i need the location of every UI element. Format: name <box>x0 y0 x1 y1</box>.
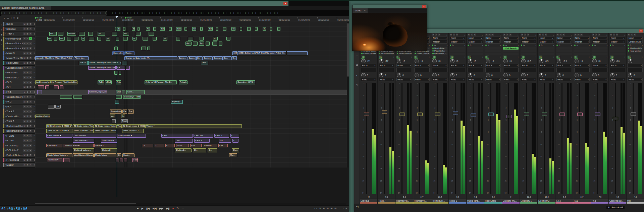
audio-clip[interactable]: Can2 Volume <box>101 139 117 143</box>
send-level-knob[interactable] <box>468 59 472 63</box>
track-header[interactable]: ≈FX 2MSR0 <box>3 99 35 104</box>
strip-collapse-icon[interactable]: ▸ <box>624 34 625 36</box>
track-volume-value[interactable]: 0 <box>32 91 35 93</box>
mute-button[interactable]: M <box>23 110 26 113</box>
track-volume-value[interactable]: 0 <box>32 101 35 103</box>
input-selector[interactable]: None▾ <box>432 36 447 40</box>
solo-button[interactable]: S <box>559 33 562 36</box>
audio-clip[interactable] <box>188 37 193 41</box>
send-slot-badge[interactable]: S1 <box>503 56 507 59</box>
audio-clip[interactable] <box>141 47 146 51</box>
mute-button[interactable]: M <box>23 144 26 147</box>
record-arm-button[interactable]: R <box>29 66 32 69</box>
strip-collapse-icon[interactable]: ▸ <box>642 34 643 36</box>
audio-clip[interactable]: Cassette_Tape_Music... <box>88 90 107 94</box>
audio-clip[interactable]: C... <box>230 134 239 138</box>
mute-button[interactable]: M <box>23 95 26 98</box>
audio-clip[interactable]: 1983's Edition by SAINT-SAMUEL (Alice) A… <box>237 51 286 55</box>
mute-button[interactable]: M <box>23 125 26 127</box>
input-selector[interactable]: None▾ <box>628 36 643 40</box>
mute-button[interactable]: M <box>23 66 26 69</box>
fader-handle[interactable] <box>559 113 565 116</box>
audio-clip[interactable]: Clothing1 ▾ <box>46 144 62 148</box>
send-bus-selector[interactable]: Bus B▾ <box>450 64 465 67</box>
audio-clip[interactable]: MouthNoises <box>94 153 116 157</box>
record-arm-button[interactable]: R <box>29 110 32 113</box>
record-arm-button[interactable]: R <box>29 149 32 152</box>
record-arm-button[interactable]: R <box>29 100 32 103</box>
power-icon[interactable] <box>432 53 434 54</box>
solo-button[interactable]: S <box>26 154 29 156</box>
automation-mode-selector[interactable]: Read▾ <box>628 78 643 81</box>
skip-to-end-button[interactable]: ▶▮ <box>166 207 170 210</box>
track-volume-value[interactable]: 0 <box>32 154 35 156</box>
audio-clip[interactable]: Clot... <box>190 144 202 148</box>
power-icon[interactable] <box>468 45 469 46</box>
skip-selection-button[interactable]: ↔ <box>181 207 184 210</box>
track-volume-value[interactable]: 0 <box>32 57 35 59</box>
audio-clip[interactable] <box>116 37 119 41</box>
mute-button[interactable]: M <box>503 33 505 36</box>
audio-clip[interactable]: R... <box>82 37 85 41</box>
audio-clip[interactable]: Volume <box>116 124 122 128</box>
input-selector[interactable]: None▾ <box>450 36 465 40</box>
audio-clip[interactable] <box>116 158 118 162</box>
power-icon[interactable] <box>415 53 416 54</box>
send-level-knob[interactable] <box>432 59 437 63</box>
audio-clip[interactable] <box>67 37 71 41</box>
zoom-vertical-fit-button[interactable]: ↕ <box>342 207 344 210</box>
eq-thumbnail[interactable] <box>396 68 412 72</box>
audio-clip[interactable] <box>97 37 101 41</box>
track-header[interactable]: ≈F-FootstepsMSR0 <box>3 158 35 163</box>
pan-knob[interactable] <box>379 73 383 77</box>
track-volume-value[interactable]: 0 <box>32 115 35 117</box>
record-arm-button[interactable]: R <box>562 33 565 36</box>
fader-handle[interactable] <box>613 117 618 120</box>
insert-empty-slot[interactable] <box>574 53 590 55</box>
mute-button[interactable]: M <box>592 33 594 36</box>
overview-range-box[interactable] <box>1 11 107 15</box>
output-selector[interactable]: Default Outp▾ <box>628 40 643 44</box>
timecode-display[interactable]: 01:00:58:06 <box>1 207 28 211</box>
record-arm-button[interactable]: R <box>29 23 32 25</box>
send-slot-badge[interactable]: S1 <box>468 56 471 59</box>
solo-button[interactable]: S <box>26 100 29 103</box>
record-arm-button[interactable]: R <box>29 134 32 137</box>
send-bus-selector[interactable]: Bus B▾ <box>503 64 519 67</box>
audio-clip[interactable]: Artful by VJ Pagoda - The B... <box>145 80 177 84</box>
eq-thumbnail[interactable] <box>485 68 501 72</box>
solo-button[interactable]: S <box>26 91 29 93</box>
fader-track[interactable] <box>473 83 474 194</box>
mute-button[interactable]: M <box>23 139 26 142</box>
strip-collapse-icon[interactable]: ▸ <box>482 34 483 36</box>
view-options-button[interactable]: ≡ <box>345 207 347 210</box>
insert-empty-slot[interactable] <box>556 50 572 52</box>
mute-button[interactable]: M <box>23 149 26 152</box>
solo-button[interactable]: S <box>26 27 29 30</box>
mute-button[interactable]: M <box>23 42 26 45</box>
track-header[interactable]: ≈F-Can1MSR0 <box>3 134 35 139</box>
audio-clip[interactable]: Can2... <box>175 139 193 143</box>
audio-clip[interactable]: Roomb... <box>67 32 76 36</box>
mute-button[interactable]: M <box>574 33 577 36</box>
audio-clip[interactable] <box>153 27 156 31</box>
track-header[interactable]: ≈F-MouthNoisesMSR0 <box>3 153 35 158</box>
power-icon[interactable] <box>628 48 629 49</box>
audio-clip[interactable]: Footsteps ▾ <box>47 158 62 162</box>
power-icon[interactable] <box>556 45 558 46</box>
audio-clip[interactable] <box>287 51 308 55</box>
fader-track[interactable] <box>508 83 509 194</box>
fader-handle[interactable] <box>471 114 476 117</box>
input-selector[interactable]: None▾ <box>592 36 607 40</box>
video-window-titlebar[interactable]: ✕ <box>353 5 427 8</box>
solo-button[interactable]: S <box>26 125 29 127</box>
audio-clip[interactable] <box>115 100 119 104</box>
record-arm-button[interactable]: R <box>29 42 32 45</box>
audio-clip[interactable] <box>60 85 63 89</box>
audio-clip[interactable]: An Eyeness by Kyle Preston - Taxi Music … <box>35 80 77 84</box>
audio-clip[interactable]: Tin... <box>132 27 135 31</box>
zoom-out-horizontal-button[interactable]: ⊟ <box>334 207 337 210</box>
input-selector[interactable]: None▾ <box>556 36 572 40</box>
track-header[interactable]: ≈RoombaVoiceMSR0 <box>3 37 35 42</box>
record-button[interactable]: ● <box>172 207 174 210</box>
